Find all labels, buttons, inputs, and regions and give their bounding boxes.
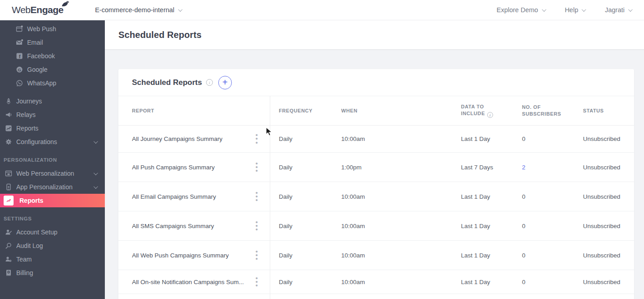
sidebar-item-whatsapp[interactable]: WhatsApp bbox=[0, 76, 105, 90]
sidebar-item-web-personalization[interactable]: Web Personalization bbox=[0, 167, 105, 180]
sidebar-item-label: Email bbox=[27, 39, 43, 46]
page-title: Scheduled Reports bbox=[118, 30, 202, 40]
kebab-menu-icon[interactable]: ••• bbox=[254, 250, 260, 261]
status-value: Unsubscribed bbox=[574, 135, 634, 142]
data-to-include-value: Last 1 Day bbox=[452, 223, 513, 229]
column-header-when: WHEN bbox=[332, 107, 452, 114]
web-push-icon bbox=[15, 25, 23, 33]
info-icon[interactable]: i bbox=[206, 79, 213, 86]
whatsapp-icon bbox=[15, 79, 23, 87]
sidebar-item-web-push[interactable]: Web Push bbox=[0, 22, 105, 36]
sidebar-item-configurations[interactable]: Configurations bbox=[0, 135, 105, 149]
kebab-menu-icon[interactable]: ••• bbox=[254, 220, 260, 232]
explore-demo-menu[interactable]: Explore Demo bbox=[497, 6, 545, 14]
kebab-menu-icon[interactable]: ••• bbox=[254, 276, 260, 288]
sidebar-item-label: Billing bbox=[16, 269, 33, 276]
card-title: Scheduled Reports bbox=[132, 78, 202, 87]
card-header: Scheduled Reports i + bbox=[118, 69, 634, 96]
help-menu[interactable]: Help bbox=[565, 6, 585, 14]
section-title-personalization: PERSONALIZATION bbox=[0, 153, 105, 167]
table-row: All Email Campaigns Summary••• Daily 10:… bbox=[118, 182, 634, 211]
report-name: All SMS Campaigns Summary bbox=[132, 223, 214, 229]
audit-log-icon bbox=[5, 242, 12, 249]
sidebar-item-audit-log[interactable]: Audit Log bbox=[0, 239, 105, 252]
table-row: All SMS Campaigns Summary••• Daily 10:00… bbox=[118, 211, 634, 241]
user-name-label: Jagrati bbox=[605, 6, 625, 14]
sidebar-item-label: Reports bbox=[16, 125, 38, 132]
sidebar-item-reports-personalization-active[interactable]: Reports bbox=[0, 194, 105, 207]
status-value: Unsubscribed bbox=[574, 223, 634, 229]
sidebar-item-label: Facebook bbox=[27, 52, 55, 60]
sidebar-item-team[interactable]: Team bbox=[0, 252, 105, 266]
when-value: 10:00am bbox=[332, 279, 452, 285]
sidebar-item-relays[interactable]: Relays bbox=[0, 108, 105, 121]
sidebar-item-facebook[interactable]: f Facebook bbox=[0, 49, 105, 63]
section-title-settings: SETTINGS bbox=[0, 212, 105, 225]
kebab-menu-icon[interactable]: ••• bbox=[254, 191, 260, 202]
webengage-logo[interactable]: WebEngage bbox=[12, 5, 63, 15]
sidebar-item-label: Account Setup bbox=[16, 229, 57, 236]
sidebar-navigation: Web Push Email f Facebook G Google Whats… bbox=[0, 20, 105, 299]
scheduled-reports-card: Scheduled Reports i + REPORT FREQUENCY W… bbox=[118, 69, 634, 299]
when-value: 10:00am bbox=[332, 252, 452, 259]
sidebar-item-label: Audit Log bbox=[16, 242, 43, 249]
sidebar-item-label: Team bbox=[16, 256, 32, 263]
frequency-value: Daily bbox=[270, 279, 332, 285]
column-divider bbox=[270, 96, 270, 299]
chevron-down-icon bbox=[542, 7, 546, 12]
when-value: 10:00am bbox=[332, 193, 452, 200]
main-content: Scheduled Reports Scheduled Reports i + … bbox=[105, 20, 644, 299]
report-name: All Journey Campaigns Summary bbox=[132, 135, 222, 142]
svg-text:G: G bbox=[18, 67, 21, 72]
sidebar-item-label: App Personalization bbox=[16, 183, 73, 191]
info-icon[interactable]: i bbox=[487, 112, 493, 118]
sidebar-item-label: WhatsApp bbox=[27, 79, 56, 87]
gear-icon bbox=[5, 138, 12, 145]
sidebar-item-app-personalization[interactable]: App Personalization bbox=[0, 180, 105, 194]
sidebar-item-reports[interactable]: Reports bbox=[0, 121, 105, 135]
sidebar-item-label: Web Personalization bbox=[16, 170, 74, 177]
chart-icon bbox=[5, 125, 12, 132]
chevron-down-icon bbox=[628, 7, 633, 12]
report-name: All Push Campaigns Summary bbox=[132, 164, 215, 171]
billing-icon: $ bbox=[5, 269, 12, 276]
kebab-menu-icon[interactable]: ••• bbox=[254, 133, 260, 145]
explore-demo-label: Explore Demo bbox=[497, 6, 538, 14]
subscribers-count: 0 bbox=[513, 252, 574, 259]
chevron-down-icon bbox=[178, 7, 183, 12]
data-to-include-value: Last 1 Day bbox=[452, 135, 513, 142]
data-to-include-value: Last 1 Day bbox=[452, 279, 513, 285]
facebook-icon: f bbox=[15, 52, 23, 60]
sidebar-item-billing[interactable]: $ Billing bbox=[0, 266, 105, 280]
status-value: Unsubscribed bbox=[574, 164, 634, 171]
project-selector[interactable]: E-commerce-demo-internal bbox=[95, 6, 181, 14]
email-icon bbox=[15, 39, 23, 46]
logo-text-light: Web bbox=[12, 5, 30, 15]
user-menu[interactable]: Jagrati bbox=[605, 6, 631, 14]
rocket-icon bbox=[5, 98, 12, 105]
sidebar-item-label: Google bbox=[27, 66, 47, 73]
sidebar-item-email[interactable]: Email bbox=[0, 36, 105, 49]
top-navigation-bar: WebEngage E-commerce-demo-internal Explo… bbox=[0, 0, 644, 20]
page-header: Scheduled Reports bbox=[105, 20, 644, 50]
account-setup-icon bbox=[5, 229, 12, 236]
kebab-menu-icon[interactable]: ••• bbox=[254, 162, 260, 173]
column-header-frequency: FREQUENCY bbox=[270, 107, 332, 114]
web-personalization-icon bbox=[5, 170, 12, 177]
when-value: 10:00am bbox=[332, 223, 452, 229]
data-to-include-value: Last 1 Day bbox=[452, 193, 513, 200]
column-header-report: REPORT bbox=[118, 107, 270, 114]
frequency-value: Daily bbox=[270, 252, 332, 259]
subscribers-count[interactable]: 2 bbox=[513, 164, 574, 171]
add-report-button[interactable]: + bbox=[218, 76, 232, 89]
report-name: All Email Campaigns Summary bbox=[132, 193, 216, 200]
sidebar-item-label: Journeys bbox=[16, 98, 42, 105]
status-value: Unsubscribed bbox=[574, 193, 634, 200]
sidebar-item-google[interactable]: G Google bbox=[0, 63, 105, 76]
subscribers-count: 0 bbox=[513, 193, 574, 200]
when-value: 1:00pm bbox=[332, 164, 452, 171]
chart-icon bbox=[4, 196, 14, 206]
sidebar-item-account-setup[interactable]: Account Setup bbox=[0, 225, 105, 239]
app-personalization-icon bbox=[5, 183, 12, 191]
sidebar-item-journeys[interactable]: Journeys bbox=[0, 94, 105, 108]
